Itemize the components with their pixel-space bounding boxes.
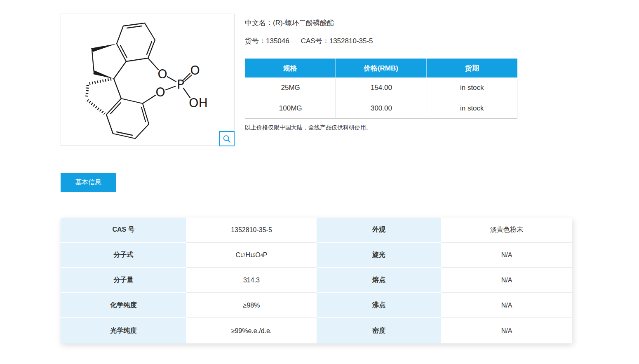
price-table-header-row: 规格 价格(RMB) 货期 — [245, 59, 517, 77]
price-note: 以上价格仅限中国大陆，全线产品仅供科研使用。 — [245, 123, 517, 132]
info-label-cell: 外观 — [317, 218, 441, 243]
price-spec-cell: 25MG — [245, 77, 336, 98]
info-label-cell: 旋光 — [317, 243, 441, 268]
structure-image-panel: O O P O OH — [61, 14, 235, 146]
cas-value: 1352810-35-5 — [329, 37, 373, 45]
wedge-bonds — [91, 44, 117, 79]
price-spec-cell: 100MG — [245, 98, 336, 119]
info-value-cell: 淡黄色粉末 — [441, 218, 572, 243]
price-value-cell: 300.00 — [336, 98, 426, 119]
info-label-cell: 光学纯度 — [61, 318, 186, 343]
tab-basic-info[interactable]: 基本信息 — [61, 173, 116, 192]
cas-label: CAS号： — [301, 37, 329, 45]
magnifier-icon — [223, 135, 231, 143]
molecular-formula-cell: C17H15O4P — [186, 243, 317, 268]
info-label-cell: 分子量 — [61, 268, 186, 293]
info-label-cell: 分子式 — [61, 243, 186, 268]
product-name-line: 中文名：(R)-螺环二酚磷酸酯 — [245, 18, 517, 28]
info-label-cell: CAS 号 — [61, 218, 186, 243]
sku-label: 货号： — [245, 37, 266, 45]
info-value-cell: N/A — [441, 268, 572, 293]
atom-label-p: P — [177, 77, 184, 92]
product-name: (R)-螺环二酚磷酸酯 — [273, 19, 334, 27]
info-label-cell: 化学纯度 — [61, 293, 186, 318]
hashed-bonds — [87, 79, 111, 114]
info-value-cell: 1352810-35-5 — [186, 218, 317, 243]
price-header-availability: 货期 — [427, 59, 517, 77]
atom-label-o-double: O — [190, 63, 200, 77]
molecule-structure: O O P O OH — [61, 14, 234, 145]
info-label-cell: 密度 — [317, 318, 441, 343]
product-name-label: 中文名： — [245, 19, 273, 27]
info-value-cell: N/A — [441, 293, 572, 318]
info-label-cell: 熔点 — [317, 268, 441, 293]
basic-info-table: CAS 号 1352810-35-5 外观 淡黄色粉末 分子式 C17H15O4… — [61, 218, 572, 343]
price-header-spec: 规格 — [245, 59, 336, 77]
info-value-cell: ≥99%e.e./d.e. — [186, 318, 317, 343]
info-value-cell: 314.3 — [186, 268, 317, 293]
price-availability-cell: in stock — [427, 77, 517, 98]
price-table-row: 25MG 154.00 in stock — [245, 77, 517, 98]
atom-label-oh: OH — [189, 96, 208, 110]
info-value-cell: N/A — [441, 318, 572, 343]
zoom-button[interactable] — [219, 131, 235, 146]
price-table-row: 100MG 300.00 in stock — [245, 98, 517, 119]
atom-label-o-bottom: O — [155, 85, 165, 99]
atom-label-o-top: O — [157, 67, 167, 81]
price-header-price: 价格(RMB) — [336, 59, 426, 77]
price-value-cell: 154.00 — [336, 77, 426, 98]
price-availability-cell: in stock — [427, 98, 517, 119]
price-table: 规格 价格(RMB) 货期 25MG 154.00 in stock 100MG… — [245, 59, 517, 119]
info-label-cell: 沸点 — [317, 293, 441, 318]
sku-value: 135046 — [266, 37, 289, 45]
product-info: 中文名：(R)-螺环二酚磷酸酯 货号：135046CAS号：1352810-35… — [245, 18, 517, 137]
info-value-cell: N/A — [441, 243, 572, 268]
info-value-cell: ≥98% — [186, 293, 317, 318]
product-ids-line: 货号：135046CAS号：1352810-35-5 — [245, 36, 517, 46]
